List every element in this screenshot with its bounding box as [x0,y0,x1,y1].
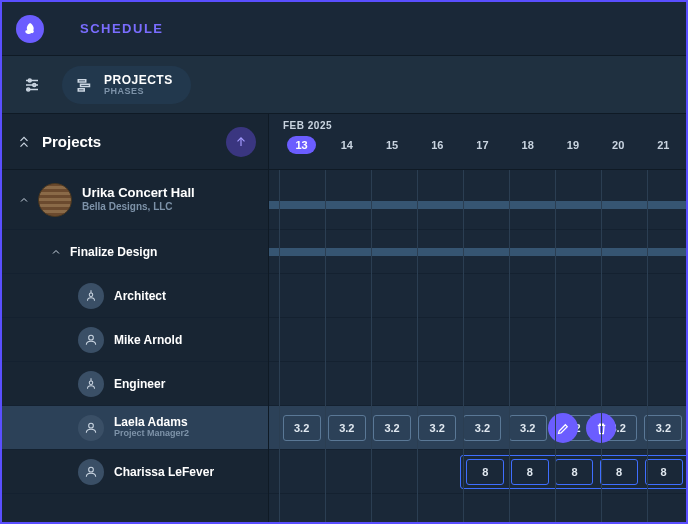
project-avatar [38,183,72,217]
role-label: Engineer [114,377,165,391]
svg-rect-8 [78,88,84,90]
sidebar-rows: Urika Concert Hall Bella Designs, LLC Fi… [2,170,268,522]
timeline-panel: FEB 2025 131415161718192021 3.23.23.23.2… [269,114,686,522]
page-title: SCHEDULE [80,21,164,36]
edit-button[interactable] [548,413,578,443]
grid-line [555,170,556,522]
phase-name: Finalize Design [70,245,157,259]
svg-point-13 [89,423,94,428]
scroll-top-button[interactable] [226,127,256,157]
timeline-rows: 3.23.23.23.23.23.23.23.23.2 88888 [269,170,686,522]
allocation-cell[interactable]: 8 [466,459,504,485]
grid-line [509,170,510,522]
svg-rect-6 [78,79,86,81]
chevron-up-icon[interactable] [14,194,34,206]
day-column[interactable]: 15 [369,135,414,155]
day-column[interactable]: 21 [641,135,686,155]
day-column[interactable]: 19 [550,135,595,155]
timeline-header: FEB 2025 131415161718192021 [269,114,686,170]
filter-button[interactable] [16,69,48,101]
view-toggle-projects[interactable]: PROJECTS PHASES [62,66,191,104]
svg-point-11 [89,335,94,340]
role-row-architect[interactable]: Architect [2,274,268,318]
project-name: Urika Concert Hall [82,186,195,201]
grid-line [279,170,280,522]
allocation-cell[interactable]: 3.2 [463,415,501,441]
allocation-cell[interactable]: 8 [645,459,683,485]
grid-line [325,170,326,522]
person-label: Charissa LeFever [114,465,214,479]
grid-line [601,170,602,522]
phase-row[interactable]: Finalize Design [2,230,268,274]
collapse-all-button[interactable] [14,132,34,152]
timeline-row-mike [269,318,686,362]
allocation-cell[interactable]: 3.2 [328,415,366,441]
day-column[interactable]: 14 [324,135,369,155]
title-bar: SCHEDULE [2,2,686,56]
svg-rect-7 [81,84,90,86]
allocation-cell[interactable]: 3.2 [373,415,411,441]
timeline-row-engineer [269,362,686,406]
allocation-actions [548,413,616,443]
grid-line [463,170,464,522]
grid-line [647,170,648,522]
phase-bar[interactable] [269,248,686,256]
person-row-laela[interactable]: Laela Adams Project Manager2 [2,406,268,450]
role-row-engineer[interactable]: Engineer [2,362,268,406]
svg-point-10 [89,293,93,297]
timeline-days: 131415161718192021 [279,135,686,155]
allocation-cell[interactable]: 8 [555,459,593,485]
day-column[interactable]: 16 [415,135,460,155]
timeline-row-charissa: 88888 [269,450,686,494]
day-column[interactable]: 17 [460,135,505,155]
toolbar: PROJECTS PHASES [2,56,686,114]
grid-line [371,170,372,522]
person-role: Project Manager2 [114,429,189,439]
sidebar-header: Projects [2,114,268,170]
allocation-cell[interactable]: 8 [600,459,638,485]
day-column[interactable]: 18 [505,135,550,155]
day-column[interactable]: 20 [596,135,641,155]
sidebar: Projects Urika Concert Hall Bella Design… [2,114,269,522]
day-column[interactable]: 13 [279,135,324,155]
role-icon [78,371,104,397]
project-bar[interactable] [269,201,686,209]
allocation-cell[interactable]: 3.2 [509,415,547,441]
timeline-month: FEB 2025 [283,120,686,131]
allocation-cell[interactable]: 8 [511,459,549,485]
app-frame: { "header": { "title": "SCHEDULE" }, "vi… [0,0,688,524]
person-label: Mike Arnold [114,333,182,347]
gantt-icon [76,76,94,94]
role-icon [78,283,104,309]
app-logo[interactable] [16,15,44,43]
person-row-charissa[interactable]: Charissa LeFever [2,450,268,494]
timeline-row-laela: 3.23.23.23.23.23.23.23.23.2 [269,406,686,450]
project-row[interactable]: Urika Concert Hall Bella Designs, LLC [2,170,268,230]
timeline-row-phase [269,230,686,274]
grid-line [417,170,418,522]
allocation-cell[interactable]: 3.2 [283,415,321,441]
allocation-cell[interactable]: 3.2 [418,415,456,441]
view-toggle-primary: PROJECTS [104,74,173,86]
person-icon [78,459,104,485]
svg-point-14 [89,467,94,472]
person-icon [78,327,104,353]
chevron-up-icon[interactable] [46,246,66,258]
allocation-cell[interactable]: 3.2 [644,415,682,441]
project-client: Bella Designs, LLC [82,201,195,213]
person-icon [78,415,104,441]
view-toggle-secondary: PHASES [104,87,173,96]
svg-point-12 [89,381,93,385]
timeline-row-architect [269,274,686,318]
person-row-mike[interactable]: Mike Arnold [2,318,268,362]
timeline-row-project [269,170,686,230]
role-label: Architect [114,289,166,303]
sidebar-heading: Projects [42,133,101,150]
